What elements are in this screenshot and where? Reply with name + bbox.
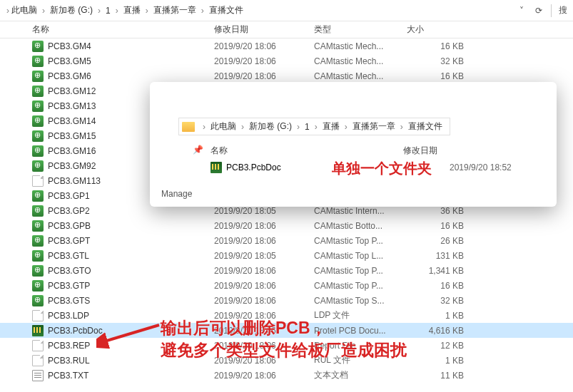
file-icon <box>32 295 44 306</box>
column-header-type[interactable]: 类型 <box>314 24 407 36</box>
column-header-date[interactable]: 修改日期 <box>214 24 314 36</box>
chevron-right-icon: › <box>199 6 206 16</box>
file-icon <box>32 355 44 366</box>
file-icon <box>32 370 44 381</box>
breadcrumb-item[interactable]: 直播文件 <box>209 4 243 16</box>
file-icon <box>32 220 44 232</box>
file-type: CAMtastic Top L... <box>314 251 407 261</box>
file-row[interactable]: PCB3.TXT2019/9/20 18:06文本文档11 KB <box>0 368 573 383</box>
file-size: 16 KB <box>407 281 464 291</box>
file-icon <box>32 100 44 112</box>
file-icon <box>32 265 44 277</box>
file-size: 16 KB <box>407 71 464 81</box>
history-dropdown-icon[interactable]: ˅ <box>517 6 527 16</box>
file-name: PCB3.GM4 <box>48 41 214 51</box>
file-size: 12 KB <box>407 341 464 351</box>
file-name: PCB3.GTS <box>48 296 214 306</box>
file-type: CAMtastic Mech... <box>314 71 407 81</box>
pin-icon[interactable]: 📌 <box>193 145 203 155</box>
file-name: PCB3.GTP <box>48 281 214 291</box>
file-name: PCB3.GM5 <box>48 56 214 66</box>
file-row[interactable]: PCB3.GM62019/9/20 18:06CAMtastic Mech...… <box>0 68 573 83</box>
file-row[interactable]: PCB3.GPB2019/9/20 18:06CAMtastic Botto..… <box>0 218 573 233</box>
chevron-right-icon: › <box>113 6 121 16</box>
file-name: PCB3.GPT <box>48 236 214 246</box>
file-size: 32 KB <box>407 296 464 306</box>
column-header-name[interactable]: 名称 <box>32 24 214 36</box>
breadcrumb-item[interactable]: 1 <box>106 6 111 16</box>
column-header-date[interactable]: 修改日期 <box>403 145 503 157</box>
file-type: CAMtastic Intern... <box>314 206 407 216</box>
file-icon <box>32 280 44 292</box>
file-row[interactable]: PCB3.GTP2019/9/20 18:06CAMtastic Top P..… <box>0 278 573 293</box>
file-size: 131 KB <box>407 251 464 261</box>
chevron-right-icon: › <box>4 6 11 16</box>
chevron-right-icon: › <box>201 122 208 132</box>
file-row[interactable]: PCB3.GM42019/9/20 18:06CAMtastic Mech...… <box>0 38 573 53</box>
file-size: 4,616 KB <box>407 326 464 336</box>
file-date: 2019/9/20 18:06 <box>214 236 314 246</box>
column-header-size[interactable]: 大小 <box>407 24 464 36</box>
overlay-window: › 此电脑› 新加卷 (G:)› 1› 直播› 直播第一章› 直播文件 📌 名称… <box>150 82 557 207</box>
file-icon <box>32 160 44 172</box>
breadcrumb-item[interactable]: 直播第一章 <box>153 4 196 16</box>
file-size: 26 KB <box>407 236 464 246</box>
file-date: 2019/9/20 18:05 <box>214 251 314 261</box>
file-row[interactable]: PCB3.GM52019/9/20 18:06CAMtastic Mech...… <box>0 53 573 68</box>
file-date: 2019/9/20 18:05 <box>214 206 314 216</box>
breadcrumb[interactable]: 此电脑› 新加卷 (G:)› 1› 直播› 直播第一章› 直播文件 <box>11 4 243 16</box>
file-name: PCB3.GM6 <box>48 71 214 81</box>
breadcrumb-item[interactable]: 直播第一章 <box>353 120 395 133</box>
file-icon <box>32 175 44 187</box>
file-name: PCB3.TXT <box>48 371 214 381</box>
file-icon <box>32 86 44 97</box>
breadcrumb-item[interactable]: 新加卷 (G:) <box>50 4 93 16</box>
file-type: CAMtastic Mech... <box>314 41 407 51</box>
file-size: 1 KB <box>407 356 464 366</box>
chevron-right-icon: › <box>343 122 350 132</box>
file-name: PCB3.GPB <box>48 221 214 231</box>
search-label[interactable]: 搜 <box>559 4 567 16</box>
file-size: 11 KB <box>407 371 464 381</box>
file-date: 2019/9/20 18:06 <box>214 41 314 51</box>
chevron-right-icon: › <box>398 122 405 132</box>
file-type: CAMtastic Top P... <box>314 281 407 291</box>
address-bar[interactable]: › 此电脑› 新加卷 (G:)› 1› 直播› 直播第一章› 直播文件 ˅ ⟳ … <box>0 0 573 21</box>
file-row[interactable]: PCB3.GPT2019/9/20 18:06CAMtastic Top P..… <box>0 233 573 248</box>
file-row[interactable]: PCB3.GTO2019/9/20 18:06CAMtastic Top P..… <box>0 263 573 278</box>
file-name: PCB3.GTO <box>48 266 214 276</box>
file-row[interactable]: PCB3.GTS2019/9/20 18:06CAMtastic Top S..… <box>0 293 573 308</box>
overlay-column-headers: 名称 修改日期 <box>211 145 503 157</box>
manage-label: Manage <box>161 189 192 199</box>
column-header-name[interactable]: 名称 <box>211 145 403 157</box>
chevron-right-icon: › <box>239 122 246 132</box>
breadcrumb-item[interactable]: 直播 <box>323 120 340 133</box>
breadcrumb-item[interactable]: 直播文件 <box>408 120 442 133</box>
overlay-file-row[interactable]: PCB3.PcbDoc <box>211 162 281 173</box>
annotation-text: 单独一个文件夹 <box>332 159 432 178</box>
breadcrumb-item[interactable]: 直播 <box>123 4 141 16</box>
address-bar-controls: ˅ ⟳ 搜 <box>517 4 567 17</box>
refresh-icon[interactable]: ⟳ <box>534 6 544 16</box>
file-row[interactable]: PCB3.GTL2019/9/20 18:05CAMtastic Top L..… <box>0 248 573 263</box>
breadcrumb-item[interactable]: 此电脑 <box>211 120 236 133</box>
breadcrumb-item[interactable]: 新加卷 (G:) <box>249 120 292 133</box>
file-date: 2019/9/20 18:06 <box>214 371 314 381</box>
overlay-breadcrumb[interactable]: › 此电脑› 新加卷 (G:)› 1› 直播› 直播第一章› 直播文件 <box>178 118 450 135</box>
file-icon <box>32 145 44 157</box>
breadcrumb-item[interactable]: 此电脑 <box>11 4 37 16</box>
file-icon <box>32 190 44 202</box>
file-date: 2019/9/20 18:52 <box>450 163 512 172</box>
file-icon <box>32 205 44 217</box>
breadcrumb-item[interactable]: 1 <box>305 122 310 132</box>
file-icon <box>32 115 44 127</box>
file-type: CAMtastic Top P... <box>314 236 407 246</box>
folder-icon <box>182 122 195 132</box>
column-headers: 名称 修改日期 类型 大小 <box>0 21 573 38</box>
chevron-right-icon: › <box>295 122 302 132</box>
file-icon <box>32 71 44 82</box>
file-icon <box>32 235 44 247</box>
chevron-right-icon: › <box>313 122 320 132</box>
file-icon <box>32 130 44 142</box>
file-size: 32 KB <box>407 56 464 66</box>
